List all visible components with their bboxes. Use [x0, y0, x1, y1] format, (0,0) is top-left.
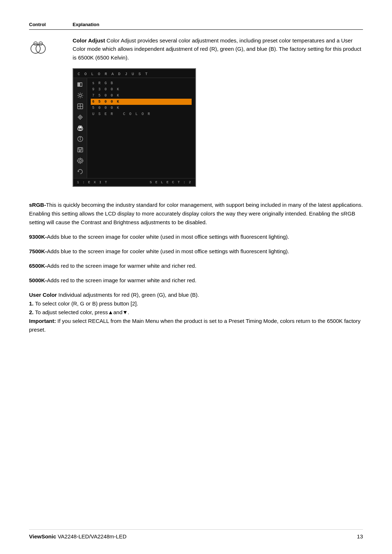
- svg-point-35: [80, 137, 81, 138]
- osd-sharpness-icon[interactable]: [76, 102, 85, 111]
- desc-6500k: 6500K-Adds red to the screen image for w…: [29, 262, 363, 270]
- osd-body: s R G B 9 3 0 0 K 7 5 0 0 K 6 5 0 0 K 5 …: [73, 78, 195, 178]
- 7500k-bold: 7500K-: [29, 248, 47, 254]
- 9300k-bold: 9300K-: [29, 234, 47, 240]
- page-container: Control Explanation: [0, 0, 392, 369]
- osd-menu-usercolor[interactable]: U S E R C O L O R: [91, 111, 192, 117]
- osd-icons-col: [73, 78, 87, 178]
- svg-point-16: [79, 94, 81, 97]
- osd-contrast-icon[interactable]: [76, 80, 85, 89]
- 5000k-bold: 5000K-: [29, 277, 47, 283]
- user-color-bold: User Color: [29, 292, 57, 298]
- text-cell: Color Adjust Color Adjust provides sever…: [73, 36, 363, 193]
- osd-title-bar: C O L O R A D J U S T: [73, 69, 195, 78]
- svg-rect-37: [79, 148, 82, 149]
- svg-rect-13: [80, 83, 82, 86]
- svg-point-2: [34, 42, 37, 45]
- step1-bold: 1.: [29, 300, 34, 307]
- osd-menu-5000k[interactable]: 5 0 0 0 K: [91, 105, 192, 111]
- step2-bold: 2.: [29, 309, 34, 315]
- color-adjust-intro: Color Adjust Color Adjust provides sever…: [73, 36, 363, 62]
- osd-reset-icon[interactable]: [76, 167, 85, 176]
- osd-footer: 1 : E X I T S E L E C T : 2: [73, 178, 195, 186]
- 6500k-bold: 6500K-: [29, 263, 47, 269]
- osd-info-icon[interactable]: [76, 135, 85, 143]
- color-adjust-row: Color Adjust Color Adjust provides sever…: [29, 36, 363, 193]
- desc-srgb: sRGB-This is quickly becoming the indust…: [29, 201, 363, 227]
- desc-7500k: 7500K-Adds blue to the screen image for …: [29, 247, 363, 256]
- svg-point-28: [79, 116, 81, 118]
- icon-cell: [29, 36, 73, 57]
- desc-5000k: 5000K-Adds red to the screen image for w…: [29, 276, 363, 285]
- osd-exit-label: 1 : E X I T: [77, 180, 108, 184]
- osd-memory-icon[interactable]: [76, 145, 85, 154]
- osd-aspect-icon[interactable]: [76, 113, 85, 122]
- page-footer: ViewSonic VA2248-LED/VA2248m-LED 13: [29, 529, 363, 539]
- table-header: Control Explanation: [29, 22, 363, 30]
- arrows: ▲and▼: [108, 309, 128, 315]
- header-control: Control: [29, 22, 73, 27]
- srgb-bold: sRGB-: [29, 202, 46, 208]
- svg-line-24: [78, 97, 79, 98]
- header-explanation: Explanation: [73, 22, 99, 27]
- footer-page-number: 13: [357, 533, 363, 539]
- footer-brand: ViewSonic: [29, 533, 56, 539]
- osd-setup-icon[interactable]: [76, 156, 85, 165]
- osd-coloradjust-icon[interactable]: [76, 124, 85, 132]
- desc-user-color: User Color Individual adjustments for re…: [29, 291, 363, 334]
- important-bold: Important:: [29, 318, 56, 324]
- osd-menu-6500k[interactable]: 6 5 0 0 K: [91, 99, 192, 105]
- osd-select-label: S E L E C T : 2: [150, 180, 192, 184]
- osd-screen: C O L O R A D J U S T: [73, 68, 196, 187]
- svg-point-3: [39, 42, 42, 45]
- osd-brightness-icon[interactable]: [76, 91, 85, 100]
- svg-point-40: [79, 160, 81, 162]
- svg-line-23: [82, 93, 82, 94]
- svg-rect-12: [78, 83, 80, 86]
- color-adjust-icon: [29, 38, 47, 57]
- footer-brand-model: ViewSonic VA2248-LED/VA2248m-LED: [29, 533, 126, 539]
- osd-menu-7500k[interactable]: 7 5 0 0 K: [91, 93, 192, 99]
- osd-menu-col: s R G B 9 3 0 0 K 7 5 0 0 K 6 5 0 0 K 5 …: [87, 78, 195, 178]
- desc-9300k: 9300K-Adds blue to the screen image for …: [29, 233, 363, 241]
- osd-menu-9300k[interactable]: 9 3 0 0 K: [91, 86, 192, 93]
- osd-wrapper: C O L O R A D J U S T: [73, 68, 363, 187]
- svg-line-22: [82, 97, 82, 98]
- svg-line-21: [78, 93, 79, 94]
- osd-menu-srgb[interactable]: s R G B: [91, 80, 192, 86]
